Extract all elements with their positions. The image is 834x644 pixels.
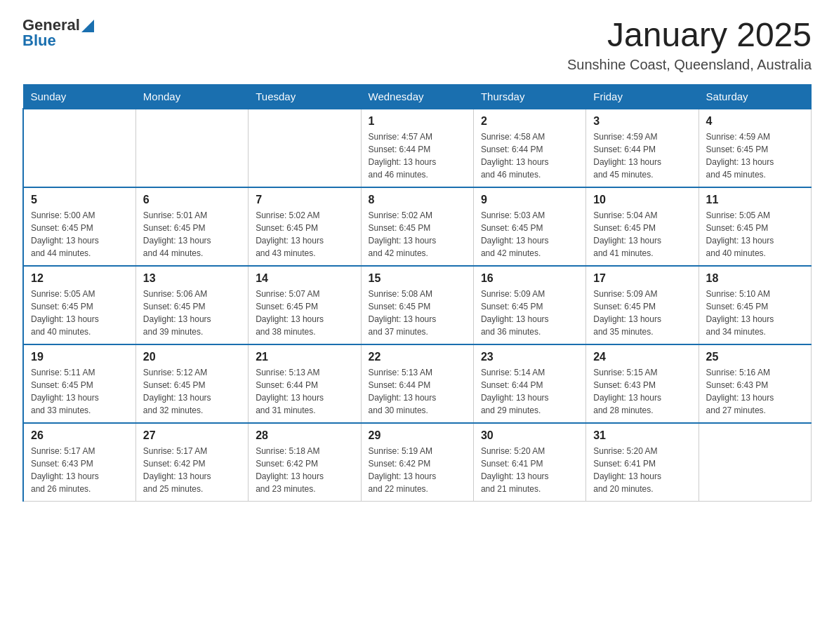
calendar-week-row: 5Sunrise: 5:00 AMSunset: 6:45 PMDaylight… [23,187,812,266]
day-info: Sunrise: 5:05 AMSunset: 6:45 PMDaylight:… [31,288,128,338]
day-info: Sunrise: 5:17 AMSunset: 6:42 PMDaylight:… [143,445,241,495]
table-row: 28Sunrise: 5:18 AMSunset: 6:42 PMDayligh… [249,423,361,502]
day-number: 20 [143,351,241,363]
table-row [135,109,248,187]
day-number: 14 [256,272,353,285]
header-saturday: Saturday [699,84,811,109]
day-info: Sunrise: 5:14 AMSunset: 6:44 PMDaylight:… [481,366,578,417]
table-row: 3Sunrise: 4:59 AMSunset: 6:44 PMDaylight… [586,109,699,187]
header-tuesday: Tuesday [249,84,361,109]
table-row: 2Sunrise: 4:58 AMSunset: 6:44 PMDaylight… [473,109,585,187]
day-info: Sunrise: 5:04 AMSunset: 6:45 PMDaylight:… [593,209,691,260]
day-info: Sunrise: 4:59 AMSunset: 6:45 PMDaylight:… [706,130,804,181]
day-info: Sunrise: 5:11 AMSunset: 6:45 PMDaylight:… [31,366,128,417]
day-number: 30 [481,429,578,442]
day-info: Sunrise: 5:16 AMSunset: 6:43 PMDaylight:… [706,366,804,417]
table-row: 24Sunrise: 5:15 AMSunset: 6:43 PMDayligh… [586,344,699,423]
table-row: 30Sunrise: 5:20 AMSunset: 6:41 PMDayligh… [473,423,585,502]
weekday-header-row: Sunday Monday Tuesday Wednesday Thursday… [23,84,812,109]
svg-marker-0 [81,20,94,32]
day-info: Sunrise: 4:57 AMSunset: 6:44 PMDaylight:… [369,130,466,181]
day-number: 18 [706,272,804,285]
table-row: 10Sunrise: 5:04 AMSunset: 6:45 PMDayligh… [586,187,699,266]
day-number: 23 [481,351,578,363]
day-number: 26 [31,429,128,442]
logo: General Blue [22,17,94,49]
day-number: 21 [256,351,353,363]
table-row: 25Sunrise: 5:16 AMSunset: 6:43 PMDayligh… [699,344,811,423]
day-info: Sunrise: 5:10 AMSunset: 6:45 PMDaylight:… [706,288,804,338]
table-row [249,109,361,187]
table-row [23,109,135,187]
day-info: Sunrise: 4:59 AMSunset: 6:44 PMDaylight:… [593,130,691,181]
day-number: 11 [706,194,804,206]
day-number: 8 [369,194,466,206]
day-info: Sunrise: 5:05 AMSunset: 6:45 PMDaylight:… [706,209,804,260]
table-row: 20Sunrise: 5:12 AMSunset: 6:45 PMDayligh… [135,344,248,423]
table-row: 9Sunrise: 5:03 AMSunset: 6:45 PMDaylight… [473,187,585,266]
table-row: 29Sunrise: 5:19 AMSunset: 6:42 PMDayligh… [361,423,473,502]
calendar-subtitle: Sunshine Coast, Queensland, Australia [567,57,812,73]
day-info: Sunrise: 5:20 AMSunset: 6:41 PMDaylight:… [481,445,578,495]
day-info: Sunrise: 5:13 AMSunset: 6:44 PMDaylight:… [369,366,466,417]
calendar-week-row: 12Sunrise: 5:05 AMSunset: 6:45 PMDayligh… [23,266,812,344]
table-row: 1Sunrise: 4:57 AMSunset: 6:44 PMDaylight… [361,109,473,187]
day-number: 27 [143,429,241,442]
day-number: 4 [706,115,804,128]
day-number: 6 [143,194,241,206]
page-header: General Blue January 2025 Sunshine Coast… [22,17,812,73]
day-number: 7 [256,194,353,206]
table-row: 23Sunrise: 5:14 AMSunset: 6:44 PMDayligh… [473,344,585,423]
calendar-table: Sunday Monday Tuesday Wednesday Thursday… [22,84,812,502]
table-row: 12Sunrise: 5:05 AMSunset: 6:45 PMDayligh… [23,266,135,344]
day-info: Sunrise: 5:13 AMSunset: 6:44 PMDaylight:… [256,366,353,417]
day-number: 3 [593,115,691,128]
table-row: 14Sunrise: 5:07 AMSunset: 6:45 PMDayligh… [249,266,361,344]
day-number: 5 [31,194,128,206]
day-number: 12 [31,272,128,285]
day-info: Sunrise: 5:02 AMSunset: 6:45 PMDaylight:… [256,209,353,260]
day-info: Sunrise: 5:17 AMSunset: 6:43 PMDaylight:… [31,445,128,495]
table-row: 6Sunrise: 5:01 AMSunset: 6:45 PMDaylight… [135,187,248,266]
header-thursday: Thursday [473,84,585,109]
day-info: Sunrise: 5:08 AMSunset: 6:45 PMDaylight:… [369,288,466,338]
table-row: 17Sunrise: 5:09 AMSunset: 6:45 PMDayligh… [586,266,699,344]
day-info: Sunrise: 5:00 AMSunset: 6:45 PMDaylight:… [31,209,128,260]
day-number: 9 [481,194,578,206]
day-number: 15 [369,272,466,285]
day-number: 2 [481,115,578,128]
table-row: 5Sunrise: 5:00 AMSunset: 6:45 PMDaylight… [23,187,135,266]
table-row: 13Sunrise: 5:06 AMSunset: 6:45 PMDayligh… [135,266,248,344]
table-row: 19Sunrise: 5:11 AMSunset: 6:45 PMDayligh… [23,344,135,423]
day-info: Sunrise: 5:06 AMSunset: 6:45 PMDaylight:… [143,288,241,338]
table-row: 21Sunrise: 5:13 AMSunset: 6:44 PMDayligh… [249,344,361,423]
day-info: Sunrise: 5:19 AMSunset: 6:42 PMDaylight:… [369,445,466,495]
day-info: Sunrise: 5:01 AMSunset: 6:45 PMDaylight:… [143,209,241,260]
day-number: 10 [593,194,691,206]
header-wednesday: Wednesday [361,84,473,109]
day-info: Sunrise: 4:58 AMSunset: 6:44 PMDaylight:… [481,130,578,181]
table-row: 22Sunrise: 5:13 AMSunset: 6:44 PMDayligh… [361,344,473,423]
day-number: 13 [143,272,241,285]
table-row: 18Sunrise: 5:10 AMSunset: 6:45 PMDayligh… [699,266,811,344]
table-row: 4Sunrise: 4:59 AMSunset: 6:45 PMDaylight… [699,109,811,187]
calendar-week-row: 1Sunrise: 4:57 AMSunset: 6:44 PMDaylight… [23,109,812,187]
header-monday: Monday [135,84,248,109]
day-number: 22 [369,351,466,363]
calendar-title: January 2025 [567,17,812,54]
table-row: 11Sunrise: 5:05 AMSunset: 6:45 PMDayligh… [699,187,811,266]
table-row: 16Sunrise: 5:09 AMSunset: 6:45 PMDayligh… [473,266,585,344]
table-row: 15Sunrise: 5:08 AMSunset: 6:45 PMDayligh… [361,266,473,344]
day-number: 24 [593,351,691,363]
day-info: Sunrise: 5:09 AMSunset: 6:45 PMDaylight:… [593,288,691,338]
logo-triangle-icon [81,20,94,32]
logo-text-blue: Blue [22,32,94,49]
day-number: 31 [593,429,691,442]
day-info: Sunrise: 5:18 AMSunset: 6:42 PMDaylight:… [256,445,353,495]
day-number: 28 [256,429,353,442]
table-row: 26Sunrise: 5:17 AMSunset: 6:43 PMDayligh… [23,423,135,502]
calendar-week-row: 26Sunrise: 5:17 AMSunset: 6:43 PMDayligh… [23,423,812,502]
day-info: Sunrise: 5:02 AMSunset: 6:45 PMDaylight:… [369,209,466,260]
header-sunday: Sunday [23,84,135,109]
day-number: 17 [593,272,691,285]
